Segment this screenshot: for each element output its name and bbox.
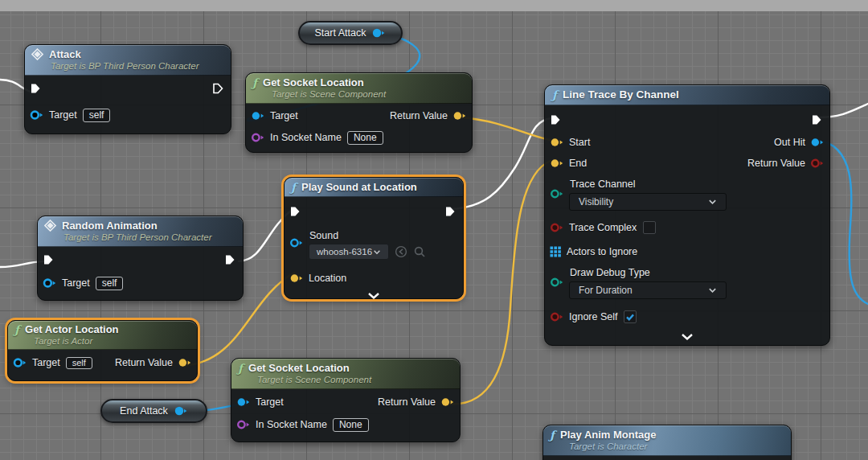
actors-to-ignore-array-pin[interactable] [550,246,562,257]
gsl1-header: ƒ Get Socket Location Target is Scene Co… [246,73,472,104]
browse-asset-icon[interactable] [413,245,426,258]
node-subtitle: Target is Scene Component [257,375,452,384]
target-pin-label: Target [270,110,298,121]
target-pin[interactable] [251,110,265,121]
end-pin-label: End [569,158,587,169]
node-expander-chevron[interactable] [545,331,829,344]
sound-pin-label: Sound [309,230,426,241]
socket-name-value-box[interactable]: None [347,131,383,145]
out-hit-label: Out Hit [774,137,805,148]
node-attack[interactable]: Attack Target is BP Third Person Charact… [24,44,231,134]
sound-pin[interactable] [289,237,304,248]
chevron-down-icon [708,199,717,205]
end-pin[interactable] [550,158,564,169]
return-value-pin[interactable] [452,110,467,121]
node-expander-chevron[interactable] [285,290,463,303]
target-pin-label: Target [62,277,90,289]
trace-channel-value: Visibility [579,196,613,207]
target-value-box[interactable]: self [66,357,92,369]
start-pin[interactable] [550,137,564,148]
return-value-label: Return Value [390,110,448,121]
target-pin[interactable] [30,109,44,121]
return-value-label: Return Value [747,158,805,169]
blueprint-editor: Start Attack Attack Target is BP Third P… [0,0,868,460]
out-hit-pin[interactable] [810,137,825,148]
start-attack-label: Start Attack [315,27,366,39]
target-value-box[interactable]: self [83,109,111,122]
location-pin[interactable] [289,273,304,284]
target-pin-label: Target [49,109,77,121]
node-subtitle: Target is BP Third Person Character [63,232,235,242]
event-diamond-icon [44,220,56,232]
in-socket-name-label: In Socket Name [256,419,327,430]
draw-debug-type-label: Draw Debug Type [570,267,727,278]
node-get-socket-location-1[interactable]: ƒ Get Socket Location Target is Scene Co… [245,72,473,153]
node-subtitle: Target is Actor [34,336,189,346]
window-top-strip [0,0,868,11]
trace-channel-label: Trace Channel [570,179,727,190]
node-title: Random Animation [62,220,158,232]
chevron-down-icon [373,249,381,255]
event-diamond-icon [31,48,43,60]
function-icon: ƒ [552,89,557,101]
play-sound-header: ƒ Play Sound at Location [285,178,463,197]
node-line-trace-by-channel[interactable]: ƒ Line Trace By Channel Start Out Hit [544,84,830,346]
draw-debug-type-pin[interactable] [550,277,564,288]
node-title: Play Anim Montage [560,429,656,441]
sound-asset-dropdown[interactable]: whoosh-6316 [309,244,389,260]
trace-complex-label: Trace Complex [569,222,637,233]
target-pin-label: Target [32,357,60,368]
in-socket-name-pin[interactable] [236,419,251,430]
line-trace-header: ƒ Line Trace By Channel [545,85,829,105]
trace-channel-dropdown[interactable]: Visibility [569,193,727,211]
socket-name-value-box[interactable]: None [333,418,369,432]
node-get-socket-location-2[interactable]: ƒ Get Socket Location Target is Scene Co… [231,358,461,442]
node-play-sound-at-location[interactable]: ƒ Play Sound at Location Sound whoosh-63… [284,177,464,299]
return-value-pin[interactable] [440,396,455,408]
exec-in-pin[interactable] [43,254,54,265]
node-title: Attack [49,48,81,60]
draw-debug-type-value: For Duration [579,285,633,296]
ignore-self-label: Ignore Self [569,311,617,322]
chevron-down-icon [708,287,717,294]
target-pin[interactable] [43,277,57,289]
delegate-pin[interactable] [174,405,188,417]
in-socket-name-pin[interactable] [251,132,265,143]
trace-channel-pin[interactable] [550,188,564,199]
ignore-self-checkbox[interactable] [624,310,637,323]
exec-in-pin[interactable] [550,114,561,125]
node-start-attack[interactable]: Start Attack [298,21,403,45]
node-get-actor-location[interactable]: ƒ Get Actor Location Target is Actor Tar… [7,320,198,381]
start-pin-label: Start [569,137,590,148]
node-title: Get Socket Location [263,76,364,88]
draw-debug-type-dropdown[interactable]: For Duration [569,281,727,299]
delegate-pin[interactable] [371,27,386,39]
ignore-self-pin[interactable] [550,311,564,322]
target-value-box[interactable]: self [96,277,124,290]
target-pin[interactable] [13,357,27,368]
node-random-animation[interactable]: Random Animation Target is BP Third Pers… [37,216,244,301]
exec-in-pin[interactable] [30,83,41,94]
exec-out-pin[interactable] [811,114,822,125]
exec-out-pin[interactable] [224,254,235,265]
function-icon: ƒ [238,363,243,374]
trace-complex-checkbox[interactable] [643,221,656,234]
exec-out-pin[interactable] [212,83,223,94]
use-selected-asset-icon[interactable] [395,245,407,258]
exec-in-pin[interactable] [289,206,301,217]
in-socket-name-label: In Socket Name [270,132,342,143]
return-value-pin[interactable] [178,357,192,368]
target-pin[interactable] [236,396,251,408]
node-end-attack[interactable]: End Attack [100,399,207,423]
actors-to-ignore-label: Actors to Ignore [567,246,637,257]
trace-complex-pin[interactable] [550,222,564,233]
wire-vector-gsl1-to-start[interactable] [461,117,551,140]
node-subtitle: Target is BP Third Person Character [51,61,223,71]
exec-out-pin[interactable] [444,206,456,217]
return-value-pin[interactable] [810,158,825,169]
attack-header: Attack Target is BP Third Person Charact… [25,45,231,76]
node-play-anim-montage[interactable]: ƒ Play Anim Montage Target is Character [542,425,792,460]
return-value-label: Return Value [378,396,436,408]
node-title: Play Sound at Location [301,181,417,193]
node-title: Line Trace By Channel [563,88,679,101]
